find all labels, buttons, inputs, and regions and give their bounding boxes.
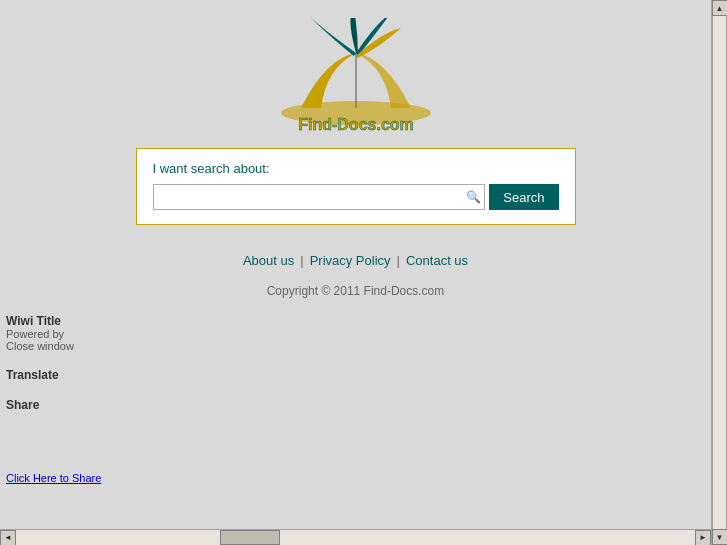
nav-links: About us | Privacy Policy | Contact us: [243, 253, 468, 268]
widget-close-window[interactable]: Close window: [6, 340, 174, 352]
search-box: I want search about: 🔍 Search: [136, 148, 576, 225]
search-button[interactable]: Search: [489, 184, 558, 210]
copyright-text: Copyright © 2011 Find-Docs.com: [267, 284, 445, 298]
scroll-right-button[interactable]: ►: [695, 530, 711, 546]
main-content: Find-Docs.com I want search about: 🔍 Sea…: [0, 0, 711, 529]
search-input[interactable]: [153, 184, 486, 210]
scroll-up-button[interactable]: ▲: [712, 0, 728, 16]
vertical-scrollbar[interactable]: ▲ ▼: [711, 0, 727, 545]
widget-title: Wiwi Title: [6, 314, 174, 328]
h-scroll-track: [16, 530, 695, 545]
widget-powered-by: Powered by: [6, 328, 174, 340]
scroll-track: [712, 16, 727, 529]
h-scroll-thumb: [220, 530, 280, 545]
logo-container: Find-Docs.com: [246, 18, 466, 138]
nav-separator-2: |: [397, 253, 400, 268]
widget-share[interactable]: Share: [6, 398, 174, 412]
svg-text:Find-Docs.com: Find-Docs.com: [298, 116, 414, 133]
search-label: I want search about:: [153, 161, 559, 176]
search-input-wrap: 🔍: [153, 184, 486, 210]
nav-separator-1: |: [300, 253, 303, 268]
scroll-left-button[interactable]: ◄: [0, 530, 16, 546]
contact-us-link[interactable]: Contact us: [406, 253, 468, 268]
privacy-policy-link[interactable]: Privacy Policy: [310, 253, 391, 268]
scroll-down-button[interactable]: ▼: [712, 529, 728, 545]
search-row: 🔍 Search: [153, 184, 559, 210]
click-here-to-share[interactable]: Click Here to Share: [6, 472, 174, 484]
about-us-link[interactable]: About us: [243, 253, 294, 268]
widget-area: Wiwi Title Powered by Close window Trans…: [0, 310, 180, 488]
widget-translate[interactable]: Translate: [6, 368, 174, 382]
logo-svg: Find-Docs.com: [246, 18, 466, 138]
horizontal-scrollbar[interactable]: ◄ ►: [0, 529, 711, 545]
